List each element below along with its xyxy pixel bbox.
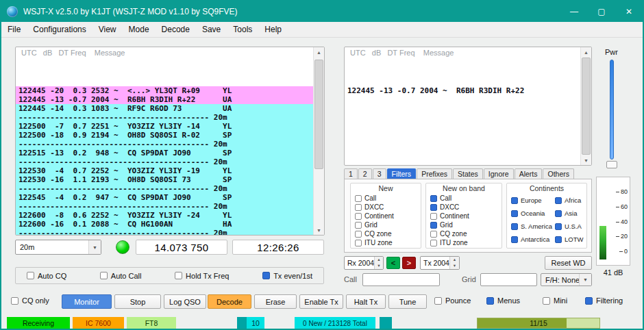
filter-checkbox[interactable]: ITU zone bbox=[430, 238, 497, 247]
menu-item[interactable]: Configurations bbox=[27, 23, 92, 36]
close-button[interactable]: ✕ bbox=[615, 1, 643, 22]
continent-checkbox[interactable]: Asia bbox=[555, 207, 583, 220]
menu-item[interactable]: Help bbox=[258, 23, 288, 36]
tune-button[interactable]: Tune bbox=[388, 294, 427, 309]
maximize-button[interactable]: ▢ bbox=[588, 1, 615, 22]
continent-checkbox[interactable]: Europe bbox=[511, 194, 555, 207]
call-input[interactable] bbox=[362, 273, 440, 286]
decode-button[interactable]: Decode bbox=[208, 294, 251, 309]
menu-item[interactable]: View bbox=[92, 23, 123, 36]
menu-item[interactable]: Tools bbox=[227, 23, 258, 36]
decode-row[interactable]: 122530 -4 0.7 2252 ~ YO3ZIZ YL3IY -19 YL bbox=[16, 166, 314, 175]
scroll-down-icon[interactable]: ▼ bbox=[581, 155, 591, 165]
tx-option-checkbox[interactable]: Hold Tx Freq bbox=[175, 272, 229, 280]
decode-row[interactable]: ----------------------------------------… bbox=[16, 140, 314, 149]
tx-option-checkbox[interactable]: Auto Call bbox=[100, 272, 142, 280]
filter-checkbox[interactable]: Call bbox=[430, 194, 497, 203]
scroll-up-icon[interactable]: ▲ bbox=[314, 47, 324, 57]
decode-row[interactable]: ----------------------------------------… bbox=[16, 202, 314, 211]
menu-item[interactable]: Mode bbox=[123, 23, 156, 36]
rx-freq-spinner[interactable]: Rx 2004 ▲ ▼ bbox=[344, 256, 384, 270]
stop-button[interactable]: Stop bbox=[114, 294, 161, 309]
spinner-arrows[interactable]: ▲ ▼ bbox=[374, 257, 383, 269]
tab[interactable]: Prefixes bbox=[417, 168, 452, 179]
pwr-slider-track[interactable] bbox=[610, 60, 614, 160]
scroll-down-icon[interactable]: ▼ bbox=[314, 225, 324, 235]
filtering-checkbox[interactable]: Filtering bbox=[585, 296, 623, 305]
tab[interactable]: 3 bbox=[373, 168, 386, 179]
decode-row[interactable]: 122600 -8 0.6 2252 ~ YO3ZIZ YL3IY -24 YL bbox=[16, 211, 314, 220]
filter-checkbox[interactable]: DXCC bbox=[355, 203, 417, 212]
rx-frequency-scrollbar[interactable]: ▲ ▼ bbox=[580, 47, 591, 165]
title-bar[interactable]: WSJT-X v2.5.0 by K1JT (WSJT-Z MOD v1.10 … bbox=[1, 1, 643, 22]
minimize-button[interactable]: — bbox=[560, 1, 588, 22]
decode-row[interactable]: 122500 -7 0.7 2251 ~ YO3ZIZ YL3IY -14 YL bbox=[16, 122, 314, 131]
copy-tx-to-rx-button[interactable]: > bbox=[402, 257, 416, 269]
menu-item[interactable]: Decode bbox=[156, 23, 196, 36]
menu-item[interactable]: Save bbox=[196, 23, 227, 36]
pwr-slider-handle[interactable] bbox=[606, 161, 617, 168]
tab[interactable]: States bbox=[453, 168, 483, 179]
spin-down-icon[interactable]: ▼ bbox=[450, 263, 459, 269]
spin-up-icon[interactable]: ▲ bbox=[375, 257, 383, 263]
tx-freq-spinner[interactable]: Tx 2004 ▲ ▼ bbox=[420, 256, 460, 270]
menus-checkbox[interactable]: Menus bbox=[486, 296, 520, 305]
tx-option-checkbox[interactable]: Tx even/1st bbox=[262, 272, 312, 280]
band-select[interactable]: 20m ▼ bbox=[15, 240, 101, 255]
continent-checkbox[interactable]: S. America bbox=[511, 220, 555, 233]
pounce-checkbox[interactable]: Pounce bbox=[434, 296, 471, 305]
continent-checkbox[interactable]: Africa bbox=[555, 194, 583, 207]
enable-tx-button[interactable]: Enable Tx bbox=[299, 294, 343, 309]
filter-checkbox[interactable]: Continent bbox=[430, 212, 497, 220]
fh-mode-select[interactable]: F/H: None ▼ bbox=[541, 273, 592, 286]
decode-row[interactable]: 122445 -13 -0.7 2004 ~ R6BH R3DIH R+22 bbox=[345, 86, 581, 95]
filter-checkbox[interactable]: ITU zone bbox=[355, 238, 417, 247]
continent-checkbox[interactable]: Oceania bbox=[511, 207, 555, 220]
decode-row[interactable]: ----------------------------------------… bbox=[16, 157, 314, 166]
log-qso-button[interactable]: Log QSO bbox=[164, 294, 206, 309]
tab[interactable]: 2 bbox=[358, 168, 372, 179]
band-activity-scrollbar[interactable]: ▲ ▼ bbox=[313, 47, 324, 235]
mini-checkbox[interactable]: Mini bbox=[543, 296, 567, 305]
monitor-button[interactable]: Monitor bbox=[62, 294, 112, 309]
decode-row[interactable]: 122545 -4 0.2 947 ~ CQ SP9DAT JO90 SP bbox=[16, 193, 314, 202]
filter-checkbox[interactable]: DXCC bbox=[430, 203, 497, 212]
filter-checkbox[interactable]: Grid bbox=[355, 220, 417, 229]
decode-row[interactable]: 122600 -16 0.1 2088 ~ CQ HG100AN HA bbox=[16, 220, 314, 229]
frequency-display[interactable]: 14.073 750 bbox=[136, 240, 227, 255]
scrollbar-thumb[interactable] bbox=[314, 60, 323, 169]
continent-checkbox[interactable]: U.S.A bbox=[555, 220, 583, 233]
filter-checkbox[interactable]: Call bbox=[355, 194, 417, 203]
decode-row[interactable]: 122445 -20 0.3 2532 ~ <...> YL3QT R+09 Y… bbox=[16, 86, 314, 95]
filter-checkbox[interactable]: CQ zone bbox=[355, 229, 417, 238]
decode-row[interactable]: 122445 -14 0.3 1083 ~ RF9C R6OD 73 UA bbox=[16, 104, 314, 113]
scrollbar-thumb[interactable] bbox=[582, 58, 591, 155]
continent-checkbox[interactable]: Antarctica bbox=[511, 233, 555, 246]
tab[interactable]: Filters bbox=[387, 168, 417, 179]
copy-rx-to-tx-button[interactable]: < bbox=[386, 257, 400, 269]
decode-row[interactable]: 122515 -13 0.2 948 ~ CQ SP9DAT JO90 SP bbox=[16, 149, 314, 157]
scroll-up-icon[interactable]: ▲ bbox=[581, 47, 591, 57]
tab[interactable]: Alerts bbox=[515, 168, 543, 179]
tab[interactable]: Ignore bbox=[484, 168, 514, 179]
decode-row[interactable]: 122445 -13 -0.7 2004 ~ R6BH R3DIH R+22 U… bbox=[16, 95, 314, 104]
spinner-arrows[interactable]: ▲ ▼ bbox=[449, 257, 459, 269]
reset-wd-button[interactable]: Reset WD bbox=[545, 256, 592, 270]
decode-row[interactable]: 122530 -16 1.1 2193 ~ OH8D SQ8OSI 73 SP bbox=[16, 175, 314, 184]
filter-checkbox[interactable]: Grid bbox=[430, 220, 497, 229]
tab[interactable]: 1 bbox=[344, 168, 358, 179]
erase-button[interactable]: Erase bbox=[254, 294, 297, 309]
tab[interactable]: Others bbox=[543, 168, 574, 179]
tx-option-checkbox[interactable]: Auto CQ bbox=[27, 272, 66, 280]
decode-row[interactable]: 122500 -18 0.9 2194 ~ OH8D SQ8OSI R-02 S… bbox=[16, 131, 314, 140]
filter-checkbox[interactable]: Continent bbox=[355, 212, 417, 220]
cq-only-checkbox[interactable]: CQ only bbox=[11, 296, 49, 305]
decode-row[interactable]: ----------------------------------------… bbox=[16, 184, 314, 193]
spin-down-icon[interactable]: ▼ bbox=[375, 263, 383, 269]
filter-checkbox[interactable]: CQ zone bbox=[430, 229, 497, 238]
menu-item[interactable]: File bbox=[1, 23, 27, 36]
spin-up-icon[interactable]: ▲ bbox=[450, 257, 459, 263]
decode-row[interactable]: ----------------------------------------… bbox=[16, 113, 314, 122]
continent-checkbox[interactable]: LOTW bbox=[555, 233, 583, 246]
halt-tx-button[interactable]: Halt Tx bbox=[346, 294, 386, 309]
